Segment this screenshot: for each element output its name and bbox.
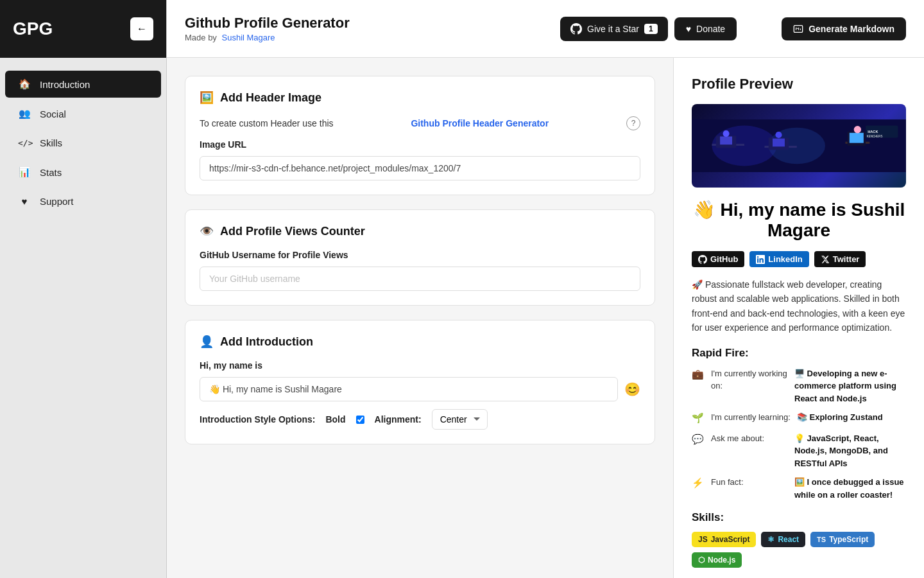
generate-markdown-button[interactable]: Generate Markdown	[782, 17, 906, 40]
profile-views-title: 👁️ Add Profile Views Counter	[200, 224, 640, 238]
image-url-input[interactable]	[200, 156, 640, 180]
emoji-picker-button[interactable]: 😊	[624, 381, 640, 397]
rapid-fire-row-4: ⚡ Fun fact: 🖼️ I once debugged a issue w…	[692, 476, 906, 501]
twitter-badge: Twitter	[814, 251, 866, 267]
stats-icon: 📊	[18, 166, 31, 178]
funfact-icon: ⚡	[692, 476, 705, 491]
header-helper-row: To create custom Header use this Github …	[200, 116, 640, 130]
introduction-section: 👤 Add Introduction Hi, my name is 😊 Intr…	[185, 320, 655, 444]
ts-icon: TS	[817, 536, 826, 543]
sidebar-item-social[interactable]: 👥 Social	[5, 100, 161, 127]
sidebar-item-stats[interactable]: 📊 Stats	[5, 159, 161, 186]
image-url-field: Image URL	[200, 139, 640, 180]
sidebar-nav: 🏠 Introduction 👥 Social </> Skills 📊 Sta…	[0, 58, 166, 227]
rapid-fire-list: 💼 I'm currently working on: 🖥️ Developin…	[692, 367, 906, 502]
sidebar-logo: GPG	[13, 19, 53, 39]
rapid-fire-title: Rapid Fire:	[692, 347, 906, 360]
name-field-label: Hi, my name is	[200, 360, 640, 371]
sidebar-item-introduction[interactable]: 🏠 Introduction	[5, 71, 161, 98]
svg-point-15	[854, 126, 861, 133]
topbar: Github Profile Generator Made by Sushil …	[167, 0, 924, 58]
svg-rect-6	[720, 137, 732, 145]
author-link[interactable]: Sushil Magare	[222, 33, 275, 42]
js-icon: JS	[698, 535, 708, 544]
preview-bio: 🚀 Passionate fullstack web developer, cr…	[692, 277, 906, 335]
heart-icon: ♥	[686, 24, 691, 34]
github-badge-label: GitHub	[710, 254, 738, 264]
work-icon: 💼	[692, 367, 705, 382]
askme-label: Ask me about:	[711, 432, 788, 445]
svg-rect-0	[794, 25, 803, 32]
sidebar-item-support[interactable]: ♥ Support	[5, 188, 161, 215]
donate-label: Donate	[696, 24, 725, 34]
views-field-label: GitHub Username for Profile Views	[200, 250, 640, 260]
svg-point-11	[775, 132, 782, 138]
home-icon: 🏠	[18, 78, 31, 90]
preview-banner: HACK KENCHERS	[692, 104, 906, 188]
linkedin-badge: LinkedIn	[749, 251, 809, 267]
made-by-label: Made by	[185, 33, 217, 42]
svg-rect-14	[850, 133, 864, 143]
github-star-button[interactable]: Give it a Star 1	[560, 17, 668, 41]
social-icon: 👥	[18, 108, 31, 119]
intro-name-input[interactable]	[200, 377, 618, 401]
views-section-icon: 👁️	[200, 224, 214, 238]
learning-label: I'm currently learning:	[711, 411, 791, 424]
bold-checkbox[interactable]	[356, 416, 364, 424]
github-username-input[interactable]	[200, 267, 640, 291]
header-generator-link[interactable]: Github Profile Header Generator	[411, 118, 549, 128]
node-label: Node.js	[708, 556, 735, 565]
sidebar-item-label: Social	[40, 109, 66, 119]
funfact-value: 🖼️ I once debugged a issue while on a ro…	[794, 476, 906, 501]
preview-greeting: 👋 Hi, my name is Sushil Magare	[692, 199, 906, 241]
sidebar-item-label: Support	[40, 196, 74, 207]
rapid-fire-row-1: 💼 I'm currently working on: 🖥️ Developin…	[692, 367, 906, 405]
image-section-icon: 🖼️	[200, 91, 214, 105]
header-image-section: 🖼️ Add Header Image To create custom Hea…	[185, 76, 655, 195]
profile-views-section: 👁️ Add Profile Views Counter GitHub User…	[185, 209, 655, 306]
twitter-badge-icon	[821, 255, 830, 264]
sidebar-item-label: Stats	[40, 167, 62, 178]
github-badge-icon	[698, 255, 707, 264]
react-icon: ⚛	[767, 535, 774, 544]
learning-value: 📚 Exploring Zustand	[797, 411, 883, 424]
bold-label: Bold	[325, 414, 345, 425]
page-title: Github Profile Generator	[185, 15, 550, 31]
help-icon[interactable]: ?	[626, 116, 640, 130]
sidebar-item-label: Introduction	[40, 79, 90, 90]
markdown-icon	[793, 24, 803, 34]
svg-text:KENCHERS: KENCHERS	[867, 135, 883, 138]
work-value: 🖥️ Developing a new e-commerce platform …	[794, 367, 906, 405]
sidebar: GPG ← 🏠 Introduction 👥 Social </> Skills…	[0, 0, 167, 578]
sidebar-item-label: Skills	[40, 137, 62, 148]
skills-row: JS JavaScript ⚛ React TS TypeScript ⬡ No…	[692, 532, 906, 568]
work-label: I'm currently working on:	[711, 367, 788, 392]
rapid-fire-row-2: 🌱 I'm currently learning: 📚 Exploring Zu…	[692, 411, 906, 426]
svg-point-7	[723, 130, 730, 137]
github-icon	[570, 23, 582, 35]
sidebar-item-skills[interactable]: </> Skills	[5, 130, 161, 156]
askme-value: 💡 JavaScript, React, Node.js, MongoDB, a…	[794, 432, 906, 470]
alignment-label: Alignment:	[375, 414, 422, 425]
linkedin-badge-icon	[756, 255, 765, 264]
donate-button[interactable]: ♥ Donate	[674, 17, 737, 40]
github-badge: GitHub	[692, 251, 744, 267]
image-url-label: Image URL	[200, 139, 640, 150]
skill-react: ⚛ React	[761, 532, 805, 547]
generate-label: Generate Markdown	[809, 24, 894, 34]
back-button[interactable]: ←	[130, 17, 153, 40]
intro-options-row: Introduction Style Options: Bold Alignme…	[200, 409, 640, 430]
preview-badges: GitHub LinkedIn Twitter	[692, 251, 906, 267]
topbar-subtitle: Made by Sushil Magare	[185, 33, 550, 42]
topbar-title-area: Github Profile Generator Made by Sushil …	[185, 15, 550, 42]
options-label: Introduction Style Options:	[200, 414, 315, 425]
intro-input-row: 😊	[200, 377, 640, 401]
skills-title: Skills:	[692, 511, 906, 524]
askme-icon: 💬	[692, 432, 705, 447]
github-star-label: Give it a Star	[587, 24, 639, 34]
funfact-label: Fun fact:	[711, 476, 788, 489]
linkedin-badge-label: LinkedIn	[768, 254, 802, 264]
alignment-select[interactable]: Left Center Right	[432, 409, 488, 430]
topbar-actions: Give it a Star 1 ♥ Donate Generate Markd…	[560, 17, 906, 41]
ts-label: TypeScript	[829, 535, 868, 544]
